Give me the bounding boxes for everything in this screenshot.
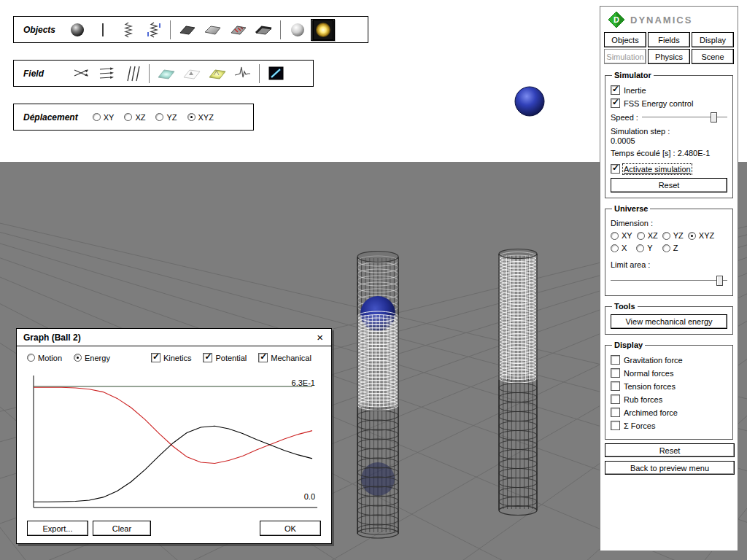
activate-row[interactable]: Activate simulation [611,164,727,174]
plane-cyan-icon[interactable] [154,63,178,85]
tension-forces-row[interactable]: Tension forces [611,381,727,391]
white-ball-icon[interactable] [285,19,309,41]
speed-slider-thumb[interactable] [711,112,717,122]
universe-group: Universe Dimension : XY XZ YZ XYZ X Y Z … [605,204,733,296]
tension-forces-checkbox[interactable] [611,381,620,391]
sigma-forces-checkbox[interactable] [611,421,620,430]
radio-dim-xyz[interactable] [688,232,696,240]
gravitation-force-row[interactable]: Gravitation force [611,355,727,365]
view-mechanical-energy-button[interactable]: View mechanical energy [611,314,727,329]
normal-forces-row[interactable]: Normal forces [611,368,727,378]
y-max-label: 6.3E-1 [292,378,315,387]
universe-group-title: Universe [612,204,650,213]
limit-area-slider-thumb[interactable] [716,276,723,286]
spring-icon[interactable] [116,19,140,41]
plane-white-icon[interactable] [179,63,204,85]
mechanical-checkbox[interactable] [258,353,268,362]
activate-simulation-checkbox[interactable] [611,164,620,174]
clear-button[interactable]: Clear [93,521,151,536]
ball-icon[interactable] [65,19,89,41]
nav-scene-button[interactable]: Scene [692,49,734,64]
nav-row-2: Simulation Physics Scene [600,48,738,65]
limit-area-slider[interactable] [611,275,727,287]
field-toolbar-icons [69,63,289,85]
energy-option: Energy [74,354,110,362]
fss-row[interactable]: FSS Energy control [611,98,727,108]
inertie-row[interactable]: Inertie [611,85,727,95]
radio-label: YZ [673,231,684,240]
checkbox-label: Kinetics [163,354,192,362]
radio-label: Energy [85,354,110,362]
ok-button[interactable]: OK [260,521,321,536]
dimension-radio-row: XY XZ YZ XYZ [611,231,727,240]
simulator-reset-button[interactable]: Reset [611,178,727,192]
simulation-step-label: Simulation step : [611,127,670,136]
archimed-force-row[interactable]: Archimed force [611,408,727,417]
radio-deplacement-yz[interactable] [155,113,163,121]
blue-ball[interactable] [515,87,544,116]
plate-light-icon[interactable] [201,19,225,41]
glow-ball-icon[interactable] [311,19,335,41]
radio-label: X [622,244,627,252]
back-to-preview-menu-button[interactable]: Back to preview menu [605,461,735,475]
bars-icon[interactable] [120,63,144,85]
plate-textured-icon[interactable] [226,19,250,41]
simulator-group-title: Simulator [612,71,654,79]
inertie-label: Inertie [624,86,646,95]
nav-fields-button[interactable]: Fields [648,32,690,47]
radio-energy[interactable] [74,354,82,362]
speed-slider[interactable] [642,112,727,123]
radio-motion[interactable] [27,354,35,362]
display-reset-button[interactable]: Reset [605,443,735,457]
radio-dim-xy[interactable] [611,232,619,240]
potential-checkbox[interactable] [203,353,212,362]
kinetics-checkbox[interactable] [151,353,160,362]
radio-axis-x[interactable] [611,244,619,252]
deplacement-option-xy: XY [93,113,115,122]
graph-titlebar[interactable]: Graph (Ball 2) × [17,329,331,346]
normal-forces-checkbox[interactable] [611,368,620,378]
radio-deplacement-xz[interactable] [124,113,132,121]
elapsed-row: Temps écoulé [s] : 2.480E-1 [611,149,727,158]
export-button[interactable]: Export... [27,521,88,536]
inertie-checkbox[interactable] [611,85,620,95]
simulation-step-value: 0.0005 [611,136,635,145]
radio-dim-yz[interactable] [662,232,670,240]
radio-deplacement-xyz[interactable] [187,113,196,121]
app-window: Objects [0,0,747,560]
plane-icon[interactable] [252,19,276,41]
deplacement-bar: Déplacement XY XZ YZ XYZ [13,104,254,131]
radio-label: XY [622,231,632,240]
plane-glow-icon[interactable] [205,63,229,85]
radio-axis-y[interactable] [636,244,644,252]
objects-toolbar: Objects [13,16,368,43]
deplacement-option-xyz: XYZ [187,113,214,122]
nav-physics-button[interactable]: Physics [648,49,690,64]
radio-dim-xz[interactable] [637,232,645,240]
nav-display-button[interactable]: Display [692,32,734,47]
radio-deplacement-xy[interactable] [93,113,101,121]
close-icon[interactable]: × [315,332,325,343]
plate-dark-icon[interactable] [175,19,199,41]
radio-axis-z[interactable] [662,244,670,252]
cross-arrows-icon[interactable] [69,63,93,85]
plane-dark-icon[interactable] [264,63,288,85]
graph-controls: Motion Energy Kinetics Potential Mechani… [27,353,311,362]
step-value-row: 0.0005 [611,136,727,145]
fss-energy-checkbox[interactable] [611,98,620,108]
archimed-force-checkbox[interactable] [611,408,620,417]
checkbox-label: Potential [215,354,247,362]
gravitation-force-checkbox[interactable] [611,355,620,365]
rub-forces-row[interactable]: Rub forces [611,394,727,404]
spring-arrows-icon[interactable] [142,19,166,41]
line-arrows-icon[interactable] [95,63,119,85]
limit-area-slider-track [611,280,727,281]
activate-simulation-label: Activate simulation [624,165,691,174]
radio-label: XYZ [699,231,714,240]
speed-row: Speed : [611,112,727,123]
wave-icon[interactable] [231,63,255,85]
rub-forces-checkbox[interactable] [611,394,620,404]
nav-objects-button[interactable]: Objects [604,32,646,47]
sigma-forces-row[interactable]: Σ Forces [611,421,727,430]
rod-icon[interactable] [90,19,115,41]
